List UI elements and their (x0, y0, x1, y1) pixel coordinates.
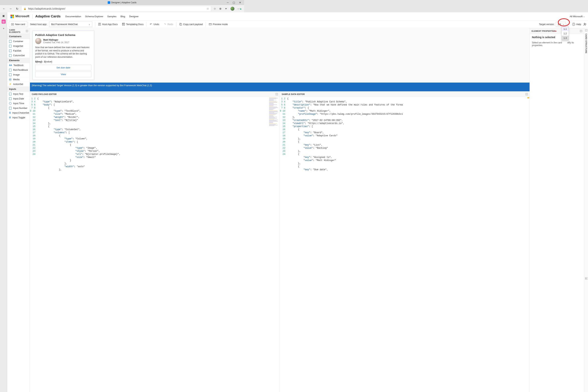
card-title: Publish Adaptive Card Schema (35, 34, 92, 36)
microsoft-icon (10, 15, 14, 18)
svg-rect-5 (180, 24, 182, 26)
author-avatar (35, 38, 42, 44)
adaptive-card-preview[interactable]: Publish Adaptive Card Schema Matt Hiding… (32, 31, 94, 80)
center-area: Publish Adaptive Card Schema Matt Hiding… (30, 28, 244, 163)
new-tab-icon[interactable]: ＋ (2, 26, 6, 30)
author-name: Matt Hidinger (43, 38, 69, 41)
collections-icon[interactable]: ⊕ (219, 7, 222, 10)
copy-payload-button[interactable]: Copy card payload (177, 22, 205, 27)
element-imageset[interactable]: ImageSet (7, 44, 30, 48)
element-media[interactable]: ▶Media (7, 77, 30, 82)
nav-samples[interactable]: Samples (107, 15, 116, 18)
window-maximize[interactable]: ▢ (233, 1, 235, 4)
back-button[interactable]: ← (2, 7, 6, 10)
read-aloud-icon[interactable]: ✩ (207, 7, 209, 10)
url-text: https://adaptivecards.io/designer/ (28, 7, 65, 10)
tab-favicon (108, 1, 110, 4)
favorites-icon[interactable]: ☆ (214, 7, 216, 10)
element-actionset[interactable]: ⚡ActionSet (7, 82, 30, 86)
collapse-icon[interactable]: − (26, 30, 28, 32)
element-group-elements[interactable]: Elements (7, 58, 30, 63)
card-payload-editor: CARD PAYLOAD EDITOR − 1 2 3 4 5 6 7 8 9 … (30, 92, 244, 163)
card-action-set-due-date[interactable]: Set due date (35, 65, 92, 70)
new-card-button[interactable]: New card (9, 22, 28, 27)
undo-button[interactable]: ↶ Undo (147, 22, 161, 27)
product-title[interactable]: Adaptive Cards (36, 14, 60, 18)
code-editor[interactable]: 1 2 3 4 5 6 7 8 9 10 11 12 13 14 15 16 1… (30, 97, 244, 163)
element-group-containers[interactable]: Containers (7, 34, 30, 39)
element-input-choiceset[interactable]: ☰Input.ChoiceSet (7, 110, 30, 115)
svg-rect-3 (123, 24, 124, 24)
vertical-tab-icon[interactable]: ▧ (2, 20, 6, 24)
template-icon (122, 23, 125, 26)
nav-schema-explorer[interactable]: Schema Explorer (85, 15, 103, 18)
site-nav: DocumentationSchema ExplorerSamplesBlogD… (65, 15, 139, 18)
extensions-icon[interactable]: ⚭ (225, 7, 227, 10)
browser-sidebar: ▣ ▧ ＋ (0, 12, 7, 163)
nav-blog[interactable]: Blog (120, 15, 125, 18)
element-richtextblock[interactable]: RichTextBlock (7, 68, 30, 72)
panel-title: CARD ELEMENTS (9, 29, 26, 33)
element-textblock[interactable]: AATextBlock (7, 63, 30, 68)
author-subtitle: Created Tue, Feb 14, 2017 (43, 41, 69, 44)
card-elements-panel: CARD ELEMENTS − ContainersContainerImage… (7, 28, 30, 163)
redo-icon: ↷ (164, 23, 166, 26)
chevron-down-icon: ⌄ (88, 23, 90, 26)
host-app-docs-button[interactable]: Host App Docs (96, 22, 120, 27)
element-columnset[interactable]: ColumnSet (7, 53, 30, 58)
site-header: Microsoft Adaptive Cards DocumentationSc… (7, 12, 244, 20)
more-menu[interactable]: ··● (238, 7, 242, 10)
svg-rect-6 (209, 24, 212, 25)
forward-button[interactable]: → (9, 7, 12, 10)
redo-button: ↷ Redo (161, 22, 175, 27)
element-input-number[interactable]: Input.Number (7, 106, 30, 110)
lock-icon: 🔒 (24, 8, 26, 10)
element-image[interactable]: Image (7, 72, 30, 77)
select-host-label: Select host app: (29, 23, 48, 26)
host-app-select[interactable]: Bot Framework WebChat ⌄ (49, 22, 92, 27)
profile-avatar[interactable] (230, 7, 234, 11)
element-container[interactable]: Container (7, 39, 30, 44)
card-fact: ${key}: ${value} (35, 60, 92, 63)
address-bar[interactable]: 🔒 https://adaptivecards.io/designer/ ✩ (22, 6, 211, 11)
window-minimize[interactable]: ─ (227, 1, 229, 4)
browser-toolbar: ← → ↻ 🔒 https://adaptivecards.io/designe… (0, 5, 244, 12)
element-group-inputs[interactable]: Inputs (7, 86, 30, 92)
microsoft-logo[interactable]: Microsoft (10, 14, 30, 18)
element-factset[interactable]: FactSet (7, 48, 30, 53)
preview-icon (209, 23, 212, 26)
docs-icon (98, 23, 101, 26)
refresh-button[interactable]: ↻ (15, 7, 19, 10)
undo-icon: ↶ (150, 23, 152, 26)
card-action-view[interactable]: View (35, 72, 92, 77)
warning-bar: [Warning] The selected Target Version (1… (30, 82, 244, 91)
window-titlebar: Designer | Adaptive Cards ─ ▢ ✕ (0, 0, 244, 5)
nav-designer[interactable]: Designer (129, 15, 139, 18)
card-body-text: Now that we have defined the main rules … (35, 46, 92, 58)
window-close[interactable]: ✕ (239, 1, 241, 4)
element-input-time[interactable]: Input.Time (7, 101, 30, 106)
card-canvas[interactable]: Publish Adaptive Card Schema Matt Hiding… (30, 28, 244, 82)
editor-title: CARD PAYLOAD EDITOR (32, 93, 56, 95)
copy-icon (179, 23, 182, 26)
element-input-date[interactable]: Input.Date (7, 96, 30, 101)
templating-docs-button[interactable]: Templating Docs (120, 22, 146, 27)
element-input-text[interactable]: Input.Text (7, 92, 30, 96)
tab-title: Designer | Adaptive Cards (111, 1, 136, 4)
nav-documentation[interactable]: Documentation (65, 15, 81, 18)
element-input-toggle[interactable]: ☑Input.Toggle (7, 115, 30, 120)
preview-mode-button[interactable]: Preview mode (207, 22, 230, 27)
tab-actions-icon[interactable]: ▣ (2, 14, 6, 18)
new-card-icon (11, 23, 14, 26)
designer-toolbar: New card Select host app: Bot Framework … (7, 20, 244, 28)
